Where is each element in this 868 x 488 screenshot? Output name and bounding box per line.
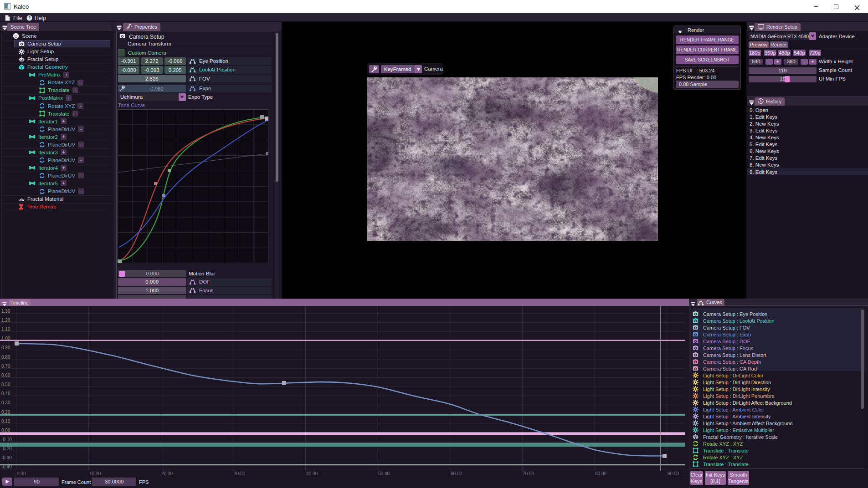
svg-text:1.20: 1.20 xyxy=(1,318,10,323)
svg-text:0.90: 0.90 xyxy=(1,345,10,350)
svg-text:-0.10: -0.10 xyxy=(1,437,12,442)
svg-text:1.10: 1.10 xyxy=(1,327,10,332)
svg-text:0.10: 0.10 xyxy=(1,419,10,424)
svg-text:0.50: 0.50 xyxy=(1,382,10,387)
svg-text:1.30: 1.30 xyxy=(1,309,10,314)
svg-text:0.40: 0.40 xyxy=(1,391,10,396)
svg-text:0.00: 0.00 xyxy=(1,428,10,433)
svg-text:0.70: 0.70 xyxy=(1,364,10,369)
svg-text:-0.20: -0.20 xyxy=(1,446,12,451)
svg-text:0.20: 0.20 xyxy=(1,410,10,415)
svg-text:0.80: 0.80 xyxy=(1,355,10,360)
svg-text:-0.30: -0.30 xyxy=(1,455,12,460)
svg-text:0.30: 0.30 xyxy=(1,400,10,405)
svg-text:0.60: 0.60 xyxy=(1,373,10,378)
svg-text:?: ? xyxy=(28,15,31,20)
